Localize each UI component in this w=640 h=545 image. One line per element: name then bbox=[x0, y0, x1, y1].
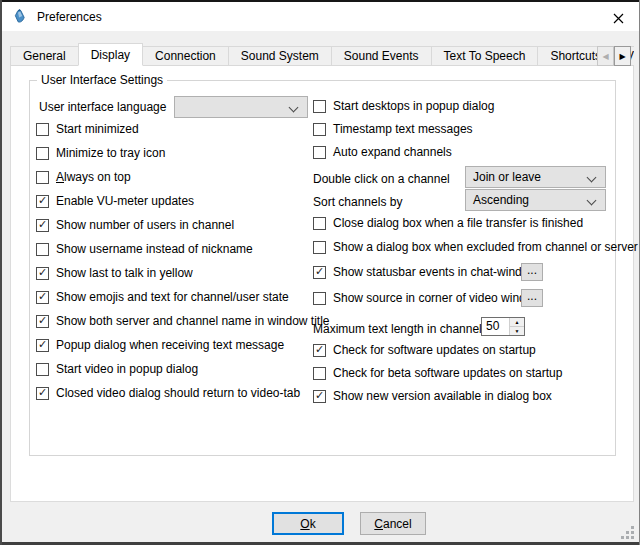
checkbox-label[interactable]: Close dialog box when a file transfer is… bbox=[333, 216, 583, 230]
app-logo-icon bbox=[11, 8, 28, 25]
checkbox-label[interactable]: Show a dialog box when excluded from cha… bbox=[333, 240, 638, 254]
checkbox-label[interactable]: Always on top bbox=[56, 170, 131, 184]
checkbox-label[interactable]: Show username instead of nickname bbox=[56, 242, 253, 256]
checkbox-row[interactable]: Start desktops in popup dialog bbox=[313, 97, 494, 115]
checkbox-row[interactable]: Closed video dialog should return to vid… bbox=[36, 384, 300, 402]
checkbox-label[interactable]: Start desktops in popup dialog bbox=[333, 99, 494, 113]
checkbox-label[interactable]: Show last to talk in yellow bbox=[56, 266, 193, 280]
checkbox[interactable] bbox=[36, 195, 49, 208]
max-text-length-spinner[interactable]: 50 ▲ ▼ bbox=[481, 317, 525, 336]
tab-sound-system[interactable]: Sound System bbox=[228, 46, 332, 66]
tab-display[interactable]: Display bbox=[78, 43, 143, 66]
checkbox-row[interactable]: Show last to talk in yellow bbox=[36, 264, 193, 282]
checkbox[interactable] bbox=[36, 315, 49, 328]
checkbox-row[interactable]: Check for software updates on startup bbox=[313, 341, 536, 359]
checkbox[interactable] bbox=[36, 387, 49, 400]
checkbox-row[interactable]: Show number of users in channel bbox=[36, 216, 234, 234]
checkbox-label[interactable]: Minimize to tray icon bbox=[56, 146, 165, 160]
checkbox-label[interactable]: Show statusbar events in chat-window bbox=[333, 265, 537, 279]
checkbox-row[interactable]: Always on top bbox=[36, 168, 131, 186]
spinner-buttons: ▲ ▼ bbox=[509, 318, 524, 335]
tab-connection[interactable]: Connection bbox=[142, 46, 229, 66]
checkbox-label[interactable]: Show both server and channel name in win… bbox=[56, 314, 330, 328]
preferences-dialog: Preferences General Display Connection S… bbox=[0, 0, 640, 545]
checkbox-label[interactable]: Enable VU-meter updates bbox=[56, 194, 194, 208]
titlebar: Preferences bbox=[2, 2, 639, 31]
checkbox[interactable] bbox=[313, 292, 326, 305]
ok-button[interactable]: Ok bbox=[272, 512, 344, 535]
checkbox-row[interactable]: Start video in popup dialog bbox=[36, 360, 198, 378]
checkbox[interactable] bbox=[36, 243, 49, 256]
checkbox-row[interactable]: Popup dialog when receiving text message bbox=[36, 336, 284, 354]
checkbox[interactable] bbox=[36, 123, 49, 136]
tab-text-to-speech[interactable]: Text To Speech bbox=[431, 46, 539, 66]
checkbox-row[interactable]: Start minimized bbox=[36, 120, 139, 138]
checkbox-row[interactable]: Enable VU-meter updates bbox=[36, 192, 194, 210]
spinner-down-icon[interactable]: ▼ bbox=[510, 327, 524, 335]
tab-bar: General Display Connection Sound System … bbox=[10, 43, 634, 66]
checkbox[interactable] bbox=[36, 339, 49, 352]
checkbox[interactable] bbox=[313, 367, 326, 380]
tab-sound-events[interactable]: Sound Events bbox=[331, 46, 432, 66]
checkbox-row[interactable]: Show both server and channel name in win… bbox=[36, 312, 330, 330]
checkbox[interactable] bbox=[313, 100, 326, 113]
checkbox-row[interactable]: Show new version available in dialog box bbox=[313, 387, 552, 405]
checkbox[interactable] bbox=[313, 241, 326, 254]
tab-general[interactable]: General bbox=[10, 46, 79, 66]
display-tab-page: User Interface Settings User interface l… bbox=[10, 65, 634, 502]
cancel-button[interactable]: Cancel bbox=[360, 512, 426, 535]
checkbox-row[interactable]: Show username instead of nickname bbox=[36, 240, 253, 258]
checkbox-label[interactable]: Start minimized bbox=[56, 122, 139, 136]
language-select[interactable] bbox=[174, 96, 308, 118]
checkbox[interactable] bbox=[36, 267, 49, 280]
checkbox-label[interactable]: Auto expand channels bbox=[333, 145, 452, 159]
checkbox-label[interactable]: Popup dialog when receiving text message bbox=[56, 338, 284, 352]
statusbar-events-more-button[interactable]: ... bbox=[521, 263, 543, 281]
checkbox-label[interactable]: Check for software updates on startup bbox=[333, 343, 536, 357]
checkbox[interactable] bbox=[313, 146, 326, 159]
double-click-select[interactable]: Join or leave bbox=[465, 166, 606, 188]
checkbox-row[interactable]: Show source in corner of video window bbox=[313, 289, 541, 307]
checkbox-label[interactable]: Show source in corner of video window bbox=[333, 291, 541, 305]
checkbox-row[interactable]: Check for beta software updates on start… bbox=[313, 364, 562, 382]
sort-channels-label-row: Sort channels by bbox=[313, 193, 402, 211]
resize-grip[interactable] bbox=[621, 526, 635, 540]
close-icon[interactable] bbox=[609, 9, 627, 27]
tab-scroll-right-icon[interactable]: ▶ bbox=[614, 46, 631, 66]
tab-scroll-left-icon[interactable]: ◀ bbox=[597, 46, 614, 66]
checkbox-row[interactable]: Show a dialog box when excluded from cha… bbox=[313, 238, 638, 256]
video-source-more-button[interactable]: ... bbox=[521, 289, 543, 307]
checkbox-row[interactable]: Minimize to tray icon bbox=[36, 144, 165, 162]
checkbox[interactable] bbox=[36, 363, 49, 376]
sort-channels-select[interactable]: Ascending bbox=[465, 189, 606, 211]
checkbox-label[interactable]: Show emojis and text for channel/user st… bbox=[56, 290, 289, 304]
checkbox-row[interactable]: Auto expand channels bbox=[313, 143, 452, 161]
checkbox-row[interactable]: Show statusbar events in chat-window bbox=[313, 263, 537, 281]
checkbox-label[interactable]: Show number of users in channel bbox=[56, 218, 234, 232]
checkbox[interactable] bbox=[36, 219, 49, 232]
checkbox[interactable] bbox=[313, 390, 326, 403]
checkbox[interactable] bbox=[313, 217, 326, 230]
checkbox[interactable] bbox=[36, 291, 49, 304]
checkbox[interactable] bbox=[36, 147, 49, 160]
spinner-up-icon[interactable]: ▲ bbox=[510, 318, 524, 327]
ok-button-label: Ok bbox=[300, 517, 315, 531]
checkbox-label[interactable]: Start video in popup dialog bbox=[56, 362, 198, 376]
group-title: User Interface Settings bbox=[37, 73, 167, 87]
checkbox-label[interactable]: Timestamp text messages bbox=[333, 122, 473, 136]
checkbox-label[interactable]: Closed video dialog should return to vid… bbox=[56, 386, 300, 400]
language-label: User interface language bbox=[39, 100, 166, 114]
checkbox[interactable] bbox=[313, 123, 326, 136]
sort-channels-label: Sort channels by bbox=[313, 195, 402, 209]
checkbox-row[interactable]: Show emojis and text for channel/user st… bbox=[36, 288, 289, 306]
sort-channels-value: Ascending bbox=[473, 193, 529, 207]
checkbox-label[interactable]: Show new version available in dialog box bbox=[333, 389, 552, 403]
window-top-edge bbox=[2, 0, 639, 2]
checkbox-row[interactable]: Timestamp text messages bbox=[313, 120, 473, 138]
max-text-length-value[interactable]: 50 bbox=[482, 318, 509, 335]
checkbox[interactable] bbox=[313, 344, 326, 357]
checkbox[interactable] bbox=[313, 266, 326, 279]
checkbox-row[interactable]: Close dialog box when a file transfer is… bbox=[313, 214, 583, 232]
checkbox-label[interactable]: Check for beta software updates on start… bbox=[333, 366, 562, 380]
checkbox[interactable] bbox=[36, 171, 49, 184]
